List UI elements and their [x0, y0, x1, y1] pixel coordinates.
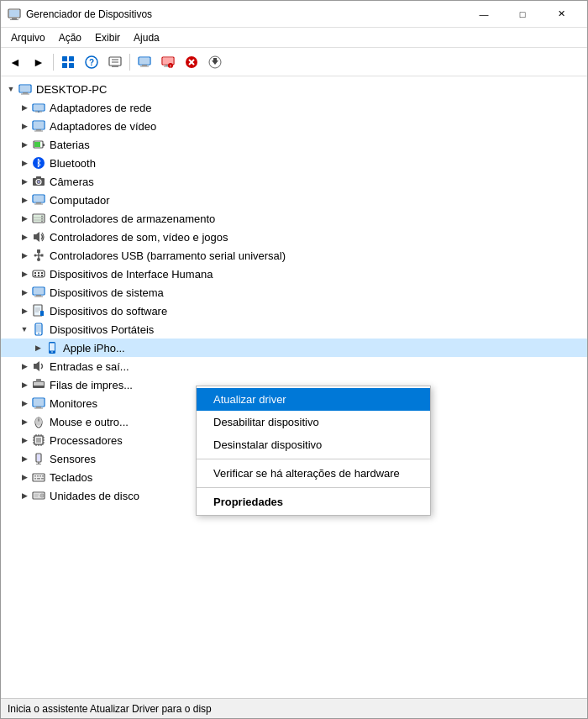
ctx-propriedades[interactable]: Propriedades: [197, 491, 430, 513]
show-console-button[interactable]: [104, 51, 126, 73]
svg-rect-43: [34, 142, 40, 147]
svg-rect-16: [142, 65, 147, 66]
filas-expander[interactable]: ▶: [18, 378, 31, 391]
svg-rect-90: [50, 344, 55, 351]
monitores-expander[interactable]: ▶: [18, 396, 31, 410]
menu-ajuda[interactable]: Ajuda: [127, 28, 166, 47]
portateis-icon: [31, 322, 46, 337]
svg-rect-1: [12, 18, 17, 19]
tree-item-cameras[interactable]: ▶ Câmeras: [1, 172, 587, 191]
menu-arquivo[interactable]: Arquivo: [4, 28, 52, 47]
svg-rect-32: [23, 92, 28, 94]
ctrl-arm-label: Controladores de armazenamento: [50, 213, 215, 225]
console-icon: [108, 55, 122, 69]
proc-expander[interactable]: ▶: [18, 433, 31, 447]
tree-item-controladores-usb[interactable]: ▶ Controladores USB (barramento serial u…: [1, 246, 587, 265]
update-button[interactable]: [204, 51, 226, 73]
maximize-button[interactable]: □: [503, 3, 542, 25]
tree-item-apple-iphone[interactable]: ▶ Apple iPho...: [1, 339, 587, 357]
software-expander[interactable]: ▶: [18, 304, 31, 318]
properties-button[interactable]: [57, 51, 79, 73]
svg-point-49: [38, 181, 40, 183]
svg-point-61: [41, 221, 43, 223]
uninstall-button[interactable]: [181, 51, 202, 73]
ctx-desabilitar-dispositivo[interactable]: Desabilitar dispositivo: [197, 411, 430, 433]
baterias-expander[interactable]: ▶: [18, 138, 31, 151]
iphone-expander[interactable]: ▶: [31, 341, 45, 354]
tree-item-baterias[interactable]: ▶ Baterias: [1, 135, 587, 154]
svg-point-104: [38, 419, 39, 421]
filas-icon: [31, 377, 46, 392]
scan-button[interactable]: !: [157, 51, 179, 73]
teclados-expander[interactable]: ▶: [18, 470, 31, 484]
cameras-icon: [31, 174, 46, 189]
tree-item-computador[interactable]: ▶ Computador: [1, 191, 587, 209]
svg-rect-41: [34, 131, 43, 132]
ctx-atualizar-driver[interactable]: Atualizar driver: [197, 388, 430, 411]
svg-rect-95: [36, 379, 41, 382]
svg-rect-94: [34, 382, 44, 386]
sistema-expander[interactable]: ▶: [18, 286, 31, 299]
ctrl-usb-expander[interactable]: ▶: [18, 249, 31, 262]
minimize-button[interactable]: —: [465, 3, 503, 25]
svg-rect-33: [21, 94, 29, 95]
portateis-expander[interactable]: ▼: [18, 323, 31, 336]
adaptadores-video-expander[interactable]: ▶: [18, 119, 31, 133]
tree-item-software[interactable]: ▶ Dispositivos do software: [1, 302, 587, 320]
tree-item-portateis[interactable]: ▼ Dispositivos Portáteis: [1, 320, 587, 339]
svg-text:?: ?: [89, 58, 94, 67]
root-expander[interactable]: ▼: [4, 82, 18, 96]
ctx-separator-2: [197, 487, 430, 488]
cameras-expander[interactable]: ▶: [18, 175, 31, 188]
help-button[interactable]: ?: [81, 51, 102, 73]
menu-acao[interactable]: Ação: [52, 28, 88, 47]
svg-rect-81: [34, 306, 41, 315]
menu-exibir[interactable]: Exibir: [88, 28, 127, 47]
adaptadores-rede-expander[interactable]: ▶: [18, 101, 31, 114]
svg-rect-87: [36, 325, 41, 333]
computador-expander[interactable]: ▶: [18, 193, 31, 207]
forward-button[interactable]: ►: [28, 51, 50, 73]
tree-item-hid[interactable]: ▶ Dispositivos de Interface Humana: [1, 265, 587, 283]
bluetooth-expander[interactable]: ▶: [18, 156, 31, 170]
mouse-expander[interactable]: ▶: [18, 415, 31, 428]
cameras-label: Câmeras: [50, 176, 94, 188]
back-button[interactable]: ◄: [4, 51, 26, 73]
svg-rect-6: [62, 63, 67, 68]
svg-rect-17: [140, 66, 149, 66]
svg-point-68: [37, 258, 40, 261]
tree-item-adaptadores-video[interactable]: ▶ Adaptadores de vídeo: [1, 117, 587, 135]
svg-rect-39: [34, 122, 44, 129]
title-bar-controls: — □ ✕: [465, 3, 580, 25]
tree-item-bluetooth[interactable]: ▶ ᛒ Bluetooth: [1, 154, 587, 172]
filas-label: Filas de impres...: [50, 379, 133, 391]
svg-rect-126: [37, 475, 39, 477]
svg-rect-127: [39, 475, 41, 477]
computer-button[interactable]: [134, 51, 155, 73]
tree-item-controladores-armazenamento[interactable]: ▶ Controladores de armazenamento: [1, 209, 587, 228]
ctrl-som-expander[interactable]: ▶: [18, 230, 31, 244]
tree-item-adaptadores-rede[interactable]: ▶ Adaptadores de rede: [1, 98, 587, 117]
svg-rect-29: [213, 58, 217, 61]
ctrl-usb-icon: [31, 248, 46, 263]
svg-rect-96: [37, 386, 40, 388]
tree-root[interactable]: ▼ DESKTOP-PC: [1, 80, 587, 98]
hid-expander[interactable]: ▶: [18, 267, 31, 281]
ctx-desinstalar-dispositivo[interactable]: Desinstalar dispositivo: [197, 433, 430, 456]
svg-rect-74: [38, 275, 39, 276]
tree-item-entradas-saidas[interactable]: ▶ Entradas e saí...: [1, 357, 587, 375]
tree-item-sistema[interactable]: ▶ Dispositivos de sistema: [1, 283, 587, 302]
ctrl-arm-expander[interactable]: ▶: [18, 212, 31, 225]
sensores-expander[interactable]: ▶: [18, 452, 31, 465]
disco-expander[interactable]: ▶: [18, 489, 31, 502]
svg-marker-92: [34, 361, 39, 371]
bluetooth-icon: ᛒ: [31, 155, 46, 171]
ctx-verificar-alteracoes[interactable]: Verificar se há alterações de hardware: [197, 462, 430, 485]
svg-rect-7: [69, 63, 74, 68]
close-button[interactable]: ✕: [542, 3, 580, 25]
software-label: Dispositivos do software: [50, 305, 167, 318]
svg-rect-98: [34, 399, 44, 406]
toolbar-separator-2: [129, 54, 130, 71]
entradas-expander[interactable]: ▶: [18, 360, 31, 373]
tree-item-controladores-som[interactable]: ▶ Controladores de som, vídeo e jogos: [1, 228, 587, 246]
